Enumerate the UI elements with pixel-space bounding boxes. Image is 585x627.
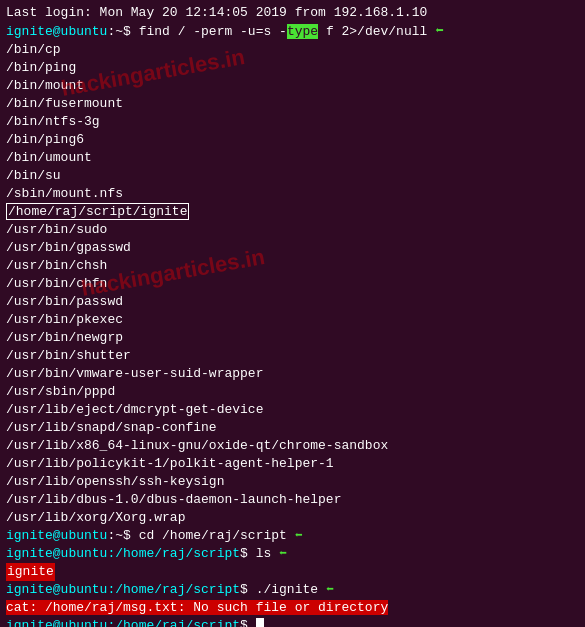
enter-arrow: ⬅	[326, 582, 334, 597]
output-line: /usr/bin/newgrp	[6, 329, 579, 347]
output-text: Last login: Mon May 20 12:14:05 2019 fro…	[6, 5, 427, 20]
prompt-user: ignite@ubuntu	[6, 24, 107, 39]
command-line: ignite@ubuntu:/home/raj/script$ ./ignite…	[6, 581, 579, 599]
prompt-symbol: :~$	[107, 528, 138, 543]
output-line: /bin/mount	[6, 77, 579, 95]
prompt-user: ignite@ubuntu	[6, 618, 107, 627]
output-line: /usr/bin/chsh	[6, 257, 579, 275]
prompt-path: :/home/raj/script	[107, 546, 240, 561]
enter-arrow: ⬅	[295, 528, 303, 543]
error-output-line: cat: /home/raj/msg.txt: No such file or …	[6, 599, 579, 617]
output-line: /usr/sbin/pppd	[6, 383, 579, 401]
output-line: /usr/bin/chfn	[6, 275, 579, 293]
prompt-dollar: $ ./ignite	[240, 582, 318, 597]
command-line: ignite@ubuntu:/home/raj/script$ ls ⬅	[6, 545, 579, 563]
prompt-user: ignite@ubuntu	[6, 582, 107, 597]
prompt-path: :/home/raj/script	[107, 582, 240, 597]
output-line: /usr/lib/policykit-1/polkit-agent-helper…	[6, 455, 579, 473]
output-line: /sbin/mount.nfs	[6, 185, 579, 203]
command-text: find / -perm -u=s -	[139, 24, 287, 39]
command-line: ignite@ubuntu:~$ cd /home/raj/script ⬅	[6, 527, 579, 545]
terminal-window: hackingarticles.in hackingarticles.in La…	[0, 0, 585, 627]
prompt-symbol: :~$	[107, 24, 138, 39]
output-line: /usr/lib/dbus-1.0/dbus-daemon-launch-hel…	[6, 491, 579, 509]
boxed-path: /home/raj/script/ignite	[6, 203, 189, 220]
output-line: /usr/bin/vmware-user-suid-wrapper	[6, 365, 579, 383]
enter-arrow: ⬅	[435, 23, 443, 39]
output-line: Last login: Mon May 20 12:14:05 2019 fro…	[6, 4, 579, 22]
output-line: /bin/ntfs-3g	[6, 113, 579, 131]
output-line: /usr/bin/pkexec	[6, 311, 579, 329]
prompt-path: :/home/raj/script	[107, 618, 240, 627]
output-line: /bin/fusermount	[6, 95, 579, 113]
output-line: /bin/umount	[6, 149, 579, 167]
output-line: /usr/bin/gpasswd	[6, 239, 579, 257]
output-line: /bin/cp	[6, 41, 579, 59]
command-text: cd /home/raj/script	[139, 528, 287, 543]
terminal-cursor	[256, 618, 264, 627]
ignite-output: ignite	[6, 563, 55, 581]
output-line: /usr/bin/passwd	[6, 293, 579, 311]
output-line: /usr/lib/snapd/snap-confine	[6, 419, 579, 437]
output-line: /usr/bin/sudo	[6, 221, 579, 239]
output-line: /usr/bin/shutter	[6, 347, 579, 365]
prompt-dollar: $	[240, 618, 256, 627]
enter-arrow: ⬅	[279, 546, 287, 561]
prompt-user: ignite@ubuntu	[6, 546, 107, 561]
command-line: ignite@ubuntu:/home/raj/script$	[6, 617, 579, 627]
type-highlight: type	[287, 24, 318, 39]
output-line: /usr/lib/x86_64-linux-gnu/oxide-qt/chrom…	[6, 437, 579, 455]
output-line: /bin/su	[6, 167, 579, 185]
command-text2: f 2>/dev/null	[318, 24, 427, 39]
output-line: /bin/ping6	[6, 131, 579, 149]
prompt-user: ignite@ubuntu	[6, 528, 107, 543]
output-line: /bin/ping	[6, 59, 579, 77]
error-box-text: cat: /home/raj/msg.txt: No such file or …	[6, 600, 388, 615]
prompt-dollar: $ ls	[240, 546, 271, 561]
output-line: /usr/lib/openssh/ssh-keysign	[6, 473, 579, 491]
output-line: /usr/lib/eject/dmcrypt-get-device	[6, 401, 579, 419]
command-line: ignite@ubuntu:~$ find / -perm -u=s -type…	[6, 22, 579, 41]
output-line: ignite	[6, 563, 579, 581]
highlighted-output-line: /home/raj/script/ignite	[6, 203, 579, 221]
output-line: /usr/lib/xorg/Xorg.wrap	[6, 509, 579, 527]
